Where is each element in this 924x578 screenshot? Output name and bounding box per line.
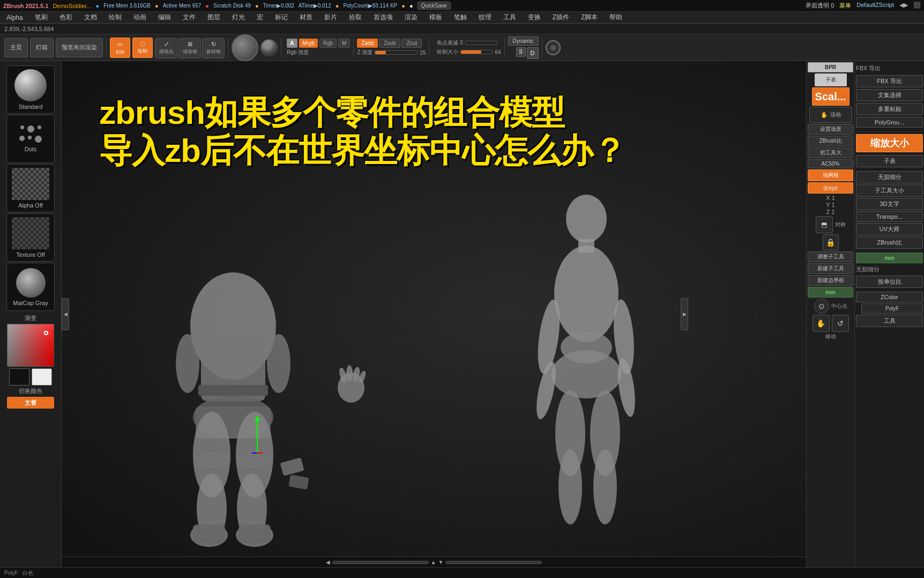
zadd-button[interactable]: Zadd xyxy=(357,39,378,48)
tool-size-button[interactable]: 把工具大 xyxy=(808,147,853,158)
polyf-button[interactable]: PolyF xyxy=(861,303,923,314)
s-btn[interactable]: S xyxy=(516,47,526,57)
left-panel-toggle[interactable]: ◀ xyxy=(62,298,69,330)
nav-arrows[interactable]: ◀▶ xyxy=(899,2,908,10)
default-zscript[interactable]: DefaultZScript xyxy=(856,2,894,10)
menu-stroke[interactable]: 笔触 xyxy=(452,12,469,23)
dynamic-button[interactable]: Dynamic xyxy=(508,36,539,46)
text-replace-button[interactable]: 文替 xyxy=(7,397,54,409)
grid-button[interactable]: 地网格 xyxy=(808,169,853,181)
mrgb-button[interactable]: Mrgb xyxy=(299,39,318,48)
new-subtool-button[interactable]: 新建子工具 xyxy=(808,263,853,274)
adjust-subtool-button[interactable]: 调整子工具 xyxy=(808,251,853,262)
m-button[interactable]: M xyxy=(338,39,350,48)
bpr-button[interactable]: BPR xyxy=(808,62,853,72)
scale-btn[interactable]: Scal... xyxy=(812,87,850,106)
material-sphere-btn[interactable] xyxy=(260,39,278,56)
transpose-button[interactable]: Transpo... xyxy=(856,211,923,222)
mesh-button[interactable]: ⬡ 绘制 xyxy=(132,38,153,58)
menu-tool[interactable]: 工具 xyxy=(501,12,518,23)
menu-transform[interactable]: 变换 xyxy=(526,12,543,23)
d-btn[interactable]: D xyxy=(527,47,539,59)
adjust-btn[interactable]: ⬒ xyxy=(816,216,833,233)
zcolor-button[interactable]: ZColor xyxy=(856,292,923,302)
scrub-up-arrow[interactable]: ▲ xyxy=(431,559,436,565)
polygroup-button[interactable]: PolyGrou... xyxy=(856,117,923,128)
menu-help[interactable]: 帮助 xyxy=(607,12,624,23)
lock-button[interactable]: 🔒 xyxy=(823,234,839,250)
scrub-down-arrow[interactable]: ▼ xyxy=(438,559,444,565)
new-border-button[interactable]: 新建边界框 xyxy=(808,275,853,286)
rgb-button[interactable]: Rgb xyxy=(319,39,337,48)
viewport[interactable]: zbrush如果多个零件的组合模型 导入zb后不在世界坐标中心怎么办？ ▶ ◀ … xyxy=(62,61,806,567)
dots-brush-thumb[interactable]: Dots xyxy=(6,115,55,163)
draw-size-track[interactable] xyxy=(460,50,493,54)
menu-material[interactable]: 材质 xyxy=(297,12,315,23)
menu-alpha[interactable]: Alpha xyxy=(4,13,25,23)
lightbox-button[interactable]: 灯箱 xyxy=(30,38,54,57)
matcap-thumb[interactable]: MatCap Gray xyxy=(6,263,55,311)
rotate-camera-btn[interactable]: ↻ 旋转镜 xyxy=(202,38,225,58)
z-intensity-track[interactable] xyxy=(375,50,418,55)
preview-button[interactable]: 预览布尔渲染 xyxy=(56,38,103,57)
move-icon-btn[interactable]: ✋ 活动 xyxy=(809,107,852,123)
black-swatch[interactable] xyxy=(9,368,29,386)
rotate-btn[interactable]: ↺ xyxy=(832,315,849,332)
color-gradient[interactable] xyxy=(7,324,54,367)
exchange-color-label[interactable]: 切换颜色 xyxy=(19,387,42,395)
child-btn[interactable]: 子表 xyxy=(815,73,847,86)
scale-factor-button[interactable]: 缩放大小 xyxy=(856,134,923,152)
child-display-button[interactable]: 子表 xyxy=(856,155,923,167)
tools-button[interactable]: 工具 xyxy=(856,315,923,327)
xyz-button[interactable]: ◎xyz xyxy=(808,182,853,194)
menu-marker[interactable]: 标记 xyxy=(273,12,290,23)
menu-zplugin[interactable]: Z插件 xyxy=(550,12,571,23)
menu-zscript[interactable]: Z脚本 xyxy=(579,12,600,23)
single-unit-button[interactable]: 按单位比 xyxy=(856,276,923,288)
menu-animation[interactable]: 动画 xyxy=(131,12,148,23)
white-swatch[interactable] xyxy=(32,368,52,386)
standard-brush-thumb[interactable]: Standard xyxy=(6,65,55,114)
move-hand-btn[interactable]: ✋ xyxy=(813,315,830,332)
settings-button[interactable]: 设置场景 xyxy=(808,124,853,135)
scale-camera-btn[interactable]: ⊞ 缩放镜 xyxy=(178,38,201,58)
scrub-left-arrow[interactable]: ◀ xyxy=(326,559,330,565)
scale-display[interactable]: Scal... xyxy=(812,87,850,106)
scrubber-track[interactable] xyxy=(332,561,429,564)
right-panel-toggle[interactable]: ▶ xyxy=(681,298,688,330)
focus-track[interactable] xyxy=(465,41,497,45)
ac50-button[interactable]: AC50% xyxy=(808,159,853,168)
zcut-button[interactable]: Zcut xyxy=(401,39,421,48)
no-reduction-button[interactable]: 无损细分 xyxy=(856,171,923,183)
mm-button[interactable]: mm xyxy=(808,287,853,298)
scrubber-track2[interactable] xyxy=(445,561,542,564)
edit-button[interactable]: ✏ Edit xyxy=(110,38,130,58)
menu-template[interactable]: 模板 xyxy=(427,12,444,23)
menu-brush[interactable]: 笔刷 xyxy=(33,12,50,23)
mm-right-button[interactable]: mm xyxy=(856,253,923,263)
alpha-thumb[interactable]: Alpha Off xyxy=(6,164,55,212)
menu-color[interactable]: 色彩 xyxy=(57,12,74,23)
circle-nav-btn[interactable] xyxy=(546,40,561,55)
a-btn[interactable]: A xyxy=(287,39,297,48)
menu-preferences[interactable]: 首选项 xyxy=(371,12,395,23)
move-camera-btn[interactable]: ⤢ 移镜头 xyxy=(155,38,177,58)
quicksave-button[interactable]: QuickSave xyxy=(418,2,451,10)
menu-movie[interactable]: 影片 xyxy=(322,12,339,23)
interface-transparency[interactable]: 界面透明 0 xyxy=(806,2,834,10)
fbx-export-button[interactable]: FBX 导出 xyxy=(856,75,923,87)
menu-button[interactable]: 菜单 xyxy=(839,2,851,10)
nav-sphere-btn[interactable] xyxy=(232,34,258,61)
canvas-area[interactable]: zbrush如果多个零件的组合模型 导入zb后不在世界坐标中心怎么办？ ▶ ◀ … xyxy=(62,61,806,567)
menu-macro[interactable]: 宏 xyxy=(255,12,265,23)
zbrush2-button[interactable]: ZBrush比 xyxy=(856,236,923,249)
menu-document[interactable]: 文档 xyxy=(82,12,99,23)
3d-text-button[interactable]: 3D文字 xyxy=(856,198,923,210)
zsub-button[interactable]: Zsub xyxy=(379,39,400,48)
file-select-button[interactable]: 文集选择 xyxy=(856,89,923,101)
uv-master-button[interactable]: UV大师 xyxy=(856,223,923,235)
center-icon-btn[interactable]: ⊙ xyxy=(814,299,829,314)
subtool-size-button[interactable]: 子工具大小 xyxy=(856,184,923,197)
menu-edit[interactable]: 编辑 xyxy=(156,12,173,23)
menu-layer[interactable]: 图层 xyxy=(205,12,222,23)
